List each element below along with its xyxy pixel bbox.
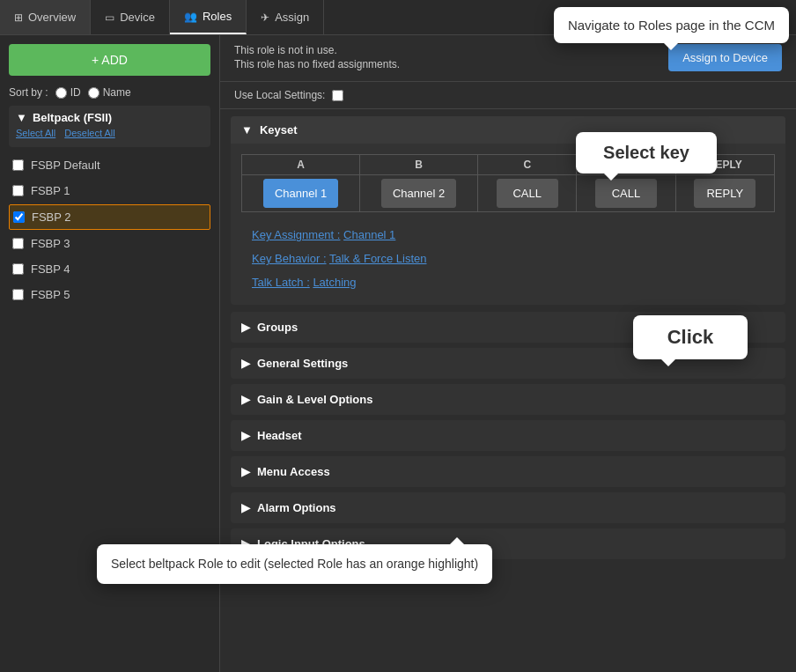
select-all-link[interactable]: Select All: [16, 128, 55, 138]
key-behavior-label: Key Behavior :: [252, 252, 327, 265]
groups-chevron-icon: ▶: [241, 321, 250, 334]
role-not-in-use: This role is not in use.: [234, 44, 400, 56]
key-assignment-row: Key Assignment : Channel 1: [241, 223, 775, 247]
key-btn-reply[interactable]: REPLY: [694, 179, 755, 208]
role-name-fsbp-1: FSBP 1: [31, 184, 70, 197]
role-name-fsbp-3: FSBP 3: [31, 237, 70, 250]
role-item-fsbp-3[interactable]: FSBP 3: [9, 232, 210, 255]
select-deselect-row: Select All Deselect All: [16, 124, 203, 142]
callout-click: Click: [633, 315, 748, 359]
sort-name-label[interactable]: Name: [88, 86, 131, 99]
select-key-text: Select key: [603, 143, 689, 162]
role-checkbox-fsbp-default[interactable]: [12, 159, 24, 171]
role-item-fsbp-4[interactable]: FSBP 4: [9, 257, 210, 281]
sort-label: Sort by :: [9, 86, 48, 99]
device-icon: ▭: [105, 11, 114, 24]
role-no-fixed: This role has no fixed assignments.: [234, 58, 400, 70]
sort-id-label[interactable]: ID: [55, 86, 81, 99]
headset-label: Headset: [257, 429, 302, 442]
col-a: A: [242, 155, 360, 175]
gain-header[interactable]: ▶ Gain & Level Options: [231, 384, 785, 415]
general-chevron-icon: ▶: [241, 357, 250, 370]
role-item-fsbp-1[interactable]: FSBP 1: [9, 179, 210, 203]
callout-beltpack: Select beltpack Role to edit (selected R…: [97, 544, 492, 584]
overview-icon: ⊞: [14, 11, 23, 24]
alarm-section: ▶ Alarm Options: [231, 492, 785, 523]
talk-latch-label: Talk Latch :: [252, 276, 310, 289]
select-beltpack-text: Select beltpack Role to edit (selected R…: [111, 557, 478, 571]
role-name-fsbp-2: FSBP 2: [32, 210, 71, 224]
key-assignment-value[interactable]: Channel 1: [343, 228, 395, 241]
callout-navigate: Navigate to Roles page in the CCM: [554, 7, 789, 43]
alarm-label: Alarm Options: [257, 501, 336, 514]
role-checkbox-fsbp-4[interactable]: [12, 263, 24, 275]
device-group: ▼ Beltpack (FSII) Select All Deselect Al…: [9, 106, 210, 147]
menu-chevron-icon: ▶: [241, 465, 250, 478]
chevron-down-icon: ▼: [16, 111, 27, 124]
gain-section: ▶ Gain & Level Options: [231, 384, 785, 415]
menu-label: Menu Access: [257, 465, 330, 478]
col-c: C: [478, 155, 577, 175]
talk-latch-row: Talk Latch : Latching: [241, 270, 775, 294]
click-text: Click: [667, 326, 714, 348]
key-assignment-label: Key Assignment :: [252, 228, 340, 241]
role-name-fsbp-default: FSBP Default: [31, 159, 100, 172]
roles-icon: 👥: [184, 11, 197, 23]
assign-icon: ✈: [261, 11, 269, 24]
menu-header[interactable]: ▶ Menu Access: [231, 456, 785, 487]
alarm-chevron-icon: ▶: [241, 501, 250, 514]
key-btn-b[interactable]: Channel 2: [381, 179, 456, 208]
role-checkbox-fsbp-5[interactable]: [12, 289, 24, 300]
assign-to-device-button[interactable]: Assign to Device: [668, 44, 782, 71]
tab-roles[interactable]: 👥 Roles: [170, 0, 247, 34]
headset-section: ▶ Headset: [231, 420, 785, 451]
tab-assign[interactable]: ✈ Assign: [247, 0, 324, 34]
device-group-label: Beltpack (FSII): [33, 111, 112, 124]
sort-name-radio[interactable]: [88, 87, 100, 99]
gain-chevron-icon: ▶: [241, 393, 250, 406]
role-item-fsbp-5[interactable]: FSBP 5: [9, 283, 210, 306]
key-btn-c[interactable]: CALL: [497, 179, 558, 208]
key-behavior-value[interactable]: Talk & Force Listen: [329, 252, 427, 265]
sort-row: Sort by : ID Name: [9, 86, 210, 99]
groups-label: Groups: [257, 321, 298, 334]
gain-label: Gain & Level Options: [257, 393, 372, 406]
device-group-header[interactable]: ▼ Beltpack (FSII): [16, 111, 203, 124]
role-checkbox-fsbp-3[interactable]: [12, 238, 24, 249]
callout-select-key: Select key: [576, 132, 717, 174]
col-b: B: [360, 155, 478, 175]
alarm-header[interactable]: ▶ Alarm Options: [231, 492, 785, 523]
tab-overview[interactable]: ⊞ Overview: [0, 0, 91, 34]
keyset-chevron-icon: ▼: [241, 123, 253, 137]
role-name-fsbp-5: FSBP 5: [31, 288, 70, 301]
tab-device[interactable]: ▭ Device: [91, 0, 170, 34]
keyset-title: Keyset: [260, 123, 298, 137]
talk-latch-value[interactable]: Latching: [313, 276, 356, 289]
role-name-fsbp-4: FSBP 4: [31, 262, 70, 276]
key-btn-a[interactable]: Channel 1: [263, 179, 338, 208]
use-local-checkbox[interactable]: [332, 90, 343, 101]
role-info: This role is not in use. This role has n…: [234, 44, 400, 72]
headset-header[interactable]: ▶ Headset: [231, 420, 785, 451]
role-item-fsbp-default[interactable]: FSBP Default: [9, 153, 210, 177]
key-behavior-row: Key Behavior : Talk & Force Listen: [241, 247, 775, 270]
menu-section: ▶ Menu Access: [231, 456, 785, 487]
deselect-all-link[interactable]: Deselect All: [64, 128, 114, 138]
headset-chevron-icon: ▶: [241, 429, 250, 442]
add-button[interactable]: + ADD: [9, 44, 210, 76]
general-label: General Settings: [257, 357, 348, 370]
role-checkbox-fsbp-1[interactable]: [12, 185, 24, 196]
role-checkbox-fsbp-2[interactable]: [13, 211, 25, 223]
sort-id-radio[interactable]: [55, 87, 67, 99]
role-item-fsbp-2[interactable]: FSBP 2: [9, 204, 210, 230]
use-local-row: Use Local Settings:: [220, 82, 796, 109]
use-local-label: Use Local Settings:: [234, 89, 325, 101]
